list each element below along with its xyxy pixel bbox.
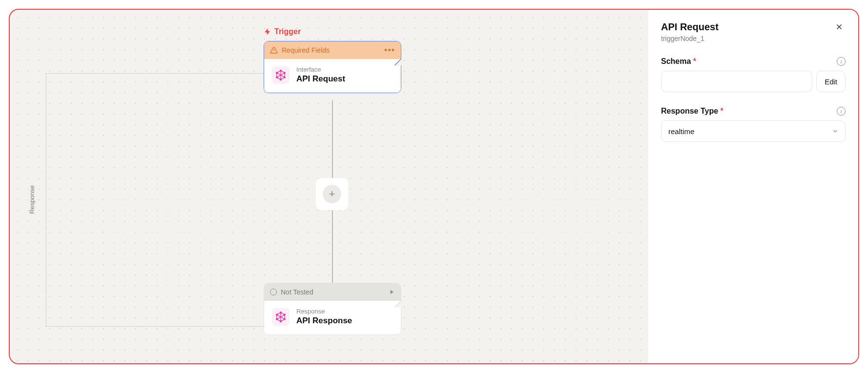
- svg-point-1: [280, 79, 282, 80]
- panel-title: API Request: [661, 21, 719, 33]
- status-circle-icon: [270, 289, 277, 295]
- node-body: Interface API Request: [264, 59, 401, 93]
- more-icon[interactable]: •••: [384, 45, 395, 56]
- svg-point-6: [280, 312, 282, 313]
- properties-panel: API Request triggerNode_1 Schema * i Edi…: [648, 10, 858, 363]
- edit-button[interactable]: Edit: [816, 71, 846, 92]
- close-icon: [835, 22, 844, 31]
- svg-point-0: [280, 70, 282, 71]
- schema-input[interactable]: [661, 71, 812, 92]
- canvas-area[interactable]: Response Trigger Required Fields •••: [10, 10, 648, 363]
- node-header-text: Not Tested: [281, 288, 313, 296]
- node-api-response[interactable]: Not Tested: [264, 283, 401, 335]
- play-icon[interactable]: [388, 289, 395, 295]
- required-asterisk: *: [721, 107, 723, 115]
- panel-header: API Request triggerNode_1: [661, 21, 846, 42]
- response-loop-label: Response: [28, 185, 36, 214]
- svg-point-10: [276, 318, 278, 320]
- trigger-label-text: Trigger: [274, 27, 301, 36]
- chevron-down-icon: [832, 128, 839, 135]
- node-body: Response API Response: [264, 301, 401, 334]
- svg-point-3: [284, 72, 286, 74]
- plus-icon: +: [323, 185, 341, 203]
- response-type-select[interactable]: realtime: [661, 120, 846, 142]
- info-icon[interactable]: i: [837, 57, 846, 66]
- bolt-icon: [264, 28, 271, 36]
- warning-icon: [270, 46, 278, 54]
- node-header-text: Required Fields: [282, 46, 330, 54]
- node-subtitle: Interface: [296, 66, 345, 73]
- node-api-request[interactable]: Required Fields •••: [264, 41, 401, 93]
- required-asterisk: *: [693, 57, 696, 65]
- svg-point-5: [284, 77, 286, 78]
- add-node-button[interactable]: +: [316, 178, 348, 210]
- info-icon[interactable]: i: [837, 107, 846, 116]
- close-button[interactable]: [833, 21, 846, 34]
- graphql-icon: [275, 312, 286, 322]
- panel-node-id: triggerNode_1: [661, 35, 719, 42]
- response-loop-connector: [46, 73, 264, 327]
- response-type-label: Response Type *: [661, 107, 723, 116]
- node-icon-box: [272, 66, 289, 84]
- node-icon-box: [272, 308, 289, 326]
- workflow-canvas-frame: Response Trigger Required Fields •••: [9, 9, 859, 364]
- svg-point-7: [280, 320, 282, 322]
- schema-field-group: Schema * i Edit: [661, 57, 846, 92]
- node-subtitle: Response: [296, 308, 352, 315]
- graphql-icon: [275, 70, 286, 80]
- node-header-not-tested: Not Tested: [264, 283, 401, 301]
- response-type-value: realtime: [661, 120, 846, 142]
- node-title: API Response: [296, 316, 352, 326]
- svg-point-2: [276, 72, 278, 74]
- node-header-required-fields: Required Fields •••: [264, 41, 401, 59]
- trigger-label: Trigger: [264, 27, 301, 36]
- schema-label: Schema *: [661, 57, 696, 66]
- response-type-field-group: Response Type * i realtime: [661, 107, 846, 142]
- svg-point-9: [284, 314, 286, 315]
- svg-point-8: [276, 314, 278, 315]
- svg-point-4: [276, 77, 278, 78]
- node-title: API Request: [296, 74, 345, 84]
- svg-point-11: [284, 318, 286, 320]
